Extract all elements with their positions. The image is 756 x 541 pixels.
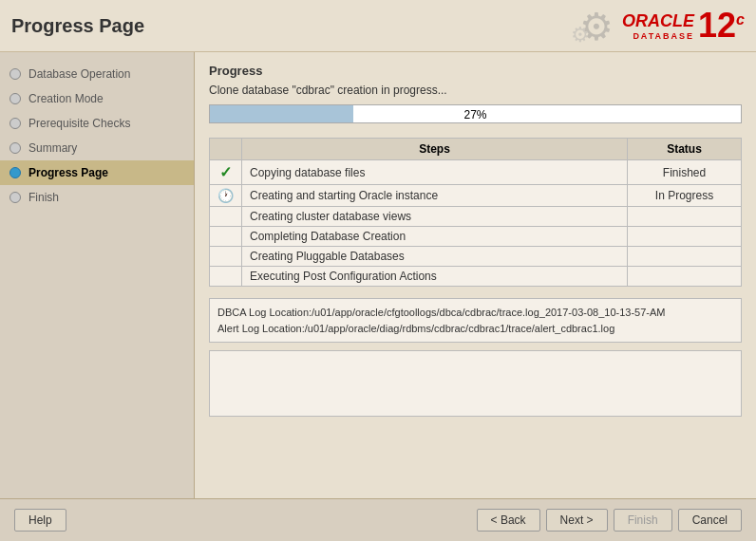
sidebar-label-progress-page: Progress Page bbox=[28, 166, 108, 179]
status-col-header: Status bbox=[628, 139, 742, 160]
checkmark-icon: ✓ bbox=[219, 164, 232, 180]
gear-icon-container: ⚙ ⚙ bbox=[542, 5, 618, 47]
progress-bar-text: 27% bbox=[210, 105, 741, 124]
back-button[interactable]: < Back bbox=[477, 509, 540, 532]
finish-button[interactable]: Finish bbox=[614, 509, 672, 532]
step-status-create-oracle-instance: In Progress bbox=[628, 185, 742, 207]
sidebar-item-finish[interactable]: Finish bbox=[0, 185, 194, 210]
sidebar-label-creation-mode: Creation Mode bbox=[28, 92, 104, 105]
footer: Help < Back Next > Finish Cancel bbox=[0, 498, 756, 541]
gear-small-icon: ⚙ bbox=[571, 23, 590, 47]
sidebar-label-finish: Finish bbox=[28, 191, 59, 204]
table-row: Completing Database Creation bbox=[210, 227, 742, 247]
steps-col-header: Steps bbox=[242, 139, 628, 160]
step-icon-create-oracle-instance: 🕐 bbox=[210, 185, 242, 207]
sidebar: Database OperationCreation ModePrerequis… bbox=[0, 52, 195, 498]
step-status-copy-db-files: Finished bbox=[628, 160, 742, 185]
sidebar-label-summary: Summary bbox=[28, 141, 77, 155]
step-label-create-oracle-instance: Creating and starting Oracle instance bbox=[242, 185, 628, 207]
oracle-version-text: 12c bbox=[698, 9, 745, 43]
oracle-logo-text: ORACLE DATABASE bbox=[622, 11, 694, 41]
step-label-complete-db-creation: Completing Database Creation bbox=[242, 227, 628, 247]
step-label-create-pluggable: Creating Pluggable Databases bbox=[242, 247, 628, 267]
steps-icon-col-header bbox=[210, 139, 242, 160]
step-icon-copy-db-files: ✓ bbox=[210, 160, 242, 185]
progress-message: Clone database "cdbrac" creation in prog… bbox=[209, 84, 742, 97]
table-row: ✓Copying database filesFinished bbox=[210, 160, 742, 185]
step-status-post-config bbox=[628, 267, 742, 287]
main-layout: Database OperationCreation ModePrerequis… bbox=[0, 52, 756, 498]
sidebar-label-prerequisite-checks: Prerequisite Checks bbox=[28, 117, 130, 130]
sidebar-item-prerequisite-checks[interactable]: Prerequisite Checks bbox=[0, 111, 194, 136]
table-row: Creating Pluggable Databases bbox=[210, 247, 742, 267]
step-icon-create-cluster-views bbox=[210, 207, 242, 227]
sidebar-dot-database-operation bbox=[9, 68, 21, 80]
clock-icon: 🕐 bbox=[217, 188, 234, 203]
step-label-post-config: Executing Post Configuration Actions bbox=[242, 267, 628, 287]
steps-table: Steps Status ✓Copying database filesFini… bbox=[209, 138, 742, 287]
help-button[interactable]: Help bbox=[14, 509, 66, 532]
step-label-copy-db-files: Copying database files bbox=[242, 160, 628, 185]
step-status-create-pluggable bbox=[628, 247, 742, 267]
footer-left: Help bbox=[14, 509, 66, 532]
header: Progress Page ⚙ ⚙ ORACLE DATABASE 12c bbox=[0, 0, 756, 52]
sidebar-dot-prerequisite-checks bbox=[9, 118, 21, 129]
log-line-1: DBCA Log Location:/u01/app/oracle/cfgtoo… bbox=[217, 305, 733, 321]
step-status-create-cluster-views bbox=[628, 207, 742, 227]
sidebar-item-creation-mode[interactable]: Creation Mode bbox=[0, 86, 194, 111]
next-button[interactable]: Next > bbox=[546, 509, 608, 532]
table-row: 🕐Creating and starting Oracle instanceIn… bbox=[210, 185, 742, 207]
oracle-logo: ⚙ ⚙ ORACLE DATABASE 12c bbox=[542, 5, 745, 47]
page-title: Progress Page bbox=[11, 15, 144, 37]
oracle-db-label: DATABASE bbox=[633, 31, 694, 41]
step-icon-post-config bbox=[210, 267, 242, 287]
step-status-complete-db-creation bbox=[628, 227, 742, 247]
table-row: Creating cluster database views bbox=[210, 207, 742, 227]
sidebar-dot-summary bbox=[9, 142, 21, 154]
sidebar-dot-creation-mode bbox=[9, 93, 21, 104]
log-area: DBCA Log Location:/u01/app/oracle/cfgtoo… bbox=[209, 298, 742, 343]
content-area: Progress Clone database "cdbrac" creatio… bbox=[195, 52, 756, 498]
footer-right: < Back Next > Finish Cancel bbox=[477, 509, 742, 532]
detail-area bbox=[209, 350, 742, 417]
progress-bar-container: 27% bbox=[209, 104, 742, 123]
sidebar-label-database-operation: Database Operation bbox=[28, 67, 130, 81]
sidebar-item-summary[interactable]: Summary bbox=[0, 136, 194, 160]
sidebar-dot-progress-page bbox=[9, 167, 21, 178]
cancel-button[interactable]: Cancel bbox=[678, 509, 742, 532]
progress-section-title: Progress bbox=[209, 64, 742, 78]
table-row: Executing Post Configuration Actions bbox=[210, 267, 742, 287]
step-label-create-cluster-views: Creating cluster database views bbox=[242, 207, 628, 227]
log-line-2: Alert Log Location:/u01/app/oracle/diag/… bbox=[217, 321, 733, 337]
step-icon-create-pluggable bbox=[210, 247, 242, 267]
step-icon-complete-db-creation bbox=[210, 227, 242, 247]
oracle-brand-text: ORACLE bbox=[622, 11, 694, 31]
sidebar-item-database-operation[interactable]: Database Operation bbox=[0, 62, 194, 86]
sidebar-item-progress-page[interactable]: Progress Page bbox=[0, 160, 194, 185]
sidebar-dot-finish bbox=[9, 192, 21, 203]
